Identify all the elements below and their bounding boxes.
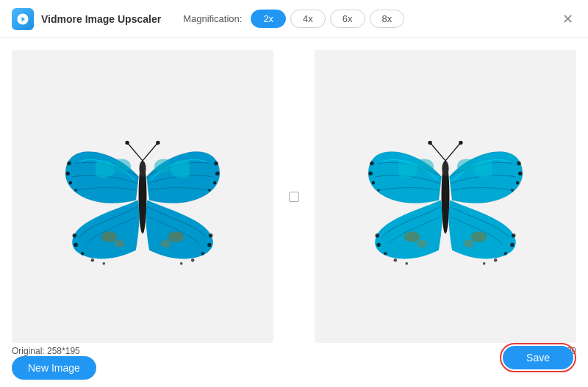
svg-line-2 bbox=[128, 143, 143, 161]
save-button-wrapper: Save bbox=[500, 343, 576, 372]
svg-point-50 bbox=[464, 239, 475, 247]
svg-point-17 bbox=[74, 242, 77, 246]
divider-area bbox=[285, 50, 303, 343]
bottom-bar: Original: 258*195 Output: 516*390 New Im… bbox=[0, 343, 588, 387]
app-title: Vidmore Image Upscaler bbox=[41, 13, 161, 25]
output-butterfly bbox=[315, 50, 576, 343]
magnification-label: Magnification: bbox=[183, 13, 242, 24]
svg-point-15 bbox=[114, 239, 125, 247]
svg-point-33 bbox=[459, 140, 462, 144]
svg-line-30 bbox=[431, 143, 445, 161]
output-image-panel bbox=[315, 50, 576, 343]
original-butterfly bbox=[12, 50, 273, 343]
original-butterfly-svg bbox=[54, 123, 231, 270]
svg-line-3 bbox=[143, 143, 157, 161]
svg-point-10 bbox=[214, 161, 218, 164]
svg-point-41 bbox=[511, 189, 514, 192]
svg-point-52 bbox=[510, 242, 514, 246]
mag-btn-4x[interactable]: 4x bbox=[290, 10, 326, 28]
svg-point-48 bbox=[405, 262, 408, 265]
svg-point-27 bbox=[180, 262, 183, 265]
svg-point-32 bbox=[428, 140, 431, 144]
svg-point-44 bbox=[376, 234, 379, 237]
app-logo bbox=[12, 8, 34, 30]
svg-point-6 bbox=[67, 161, 71, 164]
svg-point-35 bbox=[368, 171, 372, 175]
new-image-button[interactable]: New Image bbox=[12, 356, 96, 380]
app-logo-icon bbox=[16, 12, 29, 26]
svg-point-16 bbox=[73, 234, 76, 237]
svg-point-21 bbox=[168, 231, 184, 242]
compare-checkbox[interactable] bbox=[289, 192, 299, 202]
svg-point-36 bbox=[372, 181, 376, 184]
close-button[interactable]: ✕ bbox=[559, 10, 576, 28]
svg-point-24 bbox=[207, 242, 211, 246]
svg-point-4 bbox=[125, 140, 129, 144]
svg-point-1 bbox=[139, 160, 146, 176]
svg-point-19 bbox=[91, 258, 95, 262]
svg-point-14 bbox=[101, 231, 118, 242]
svg-point-42 bbox=[404, 231, 420, 242]
svg-point-37 bbox=[377, 189, 380, 192]
svg-point-53 bbox=[504, 252, 508, 256]
svg-point-13 bbox=[208, 189, 211, 192]
svg-point-7 bbox=[65, 171, 69, 175]
svg-point-47 bbox=[394, 258, 398, 262]
svg-point-34 bbox=[370, 161, 373, 164]
svg-point-40 bbox=[516, 181, 520, 184]
svg-point-51 bbox=[512, 234, 515, 237]
svg-point-45 bbox=[376, 242, 380, 246]
svg-point-38 bbox=[517, 161, 520, 164]
svg-point-23 bbox=[209, 234, 212, 237]
svg-point-8 bbox=[69, 181, 73, 184]
svg-point-22 bbox=[161, 239, 172, 247]
svg-point-5 bbox=[156, 140, 159, 144]
save-button[interactable]: Save bbox=[503, 346, 573, 369]
mag-btn-8x[interactable]: 8x bbox=[370, 10, 405, 28]
original-info: Original: 258*195 bbox=[12, 346, 80, 356]
mag-btn-2x[interactable]: 2x bbox=[251, 10, 286, 28]
svg-point-20 bbox=[102, 262, 105, 265]
mag-btn-6x[interactable]: 6x bbox=[330, 10, 365, 28]
actions-row: New Image Save bbox=[0, 356, 588, 380]
output-butterfly-svg bbox=[357, 123, 534, 270]
svg-point-25 bbox=[201, 252, 205, 256]
svg-point-46 bbox=[384, 252, 387, 256]
svg-point-26 bbox=[191, 258, 195, 262]
svg-point-49 bbox=[471, 231, 487, 242]
svg-point-9 bbox=[74, 189, 77, 192]
svg-point-39 bbox=[518, 171, 522, 175]
svg-point-43 bbox=[417, 239, 428, 247]
main-content bbox=[0, 38, 588, 343]
svg-point-18 bbox=[81, 252, 85, 256]
magnification-buttons: 2x 4x 6x 8x bbox=[251, 10, 404, 28]
svg-point-55 bbox=[483, 262, 486, 265]
original-image-panel bbox=[12, 50, 273, 343]
svg-point-29 bbox=[442, 160, 448, 176]
svg-point-54 bbox=[494, 258, 498, 262]
svg-point-12 bbox=[213, 181, 217, 184]
title-bar: Vidmore Image Upscaler Magnification: 2x… bbox=[0, 0, 588, 38]
svg-point-11 bbox=[215, 171, 219, 175]
svg-line-31 bbox=[445, 143, 460, 161]
